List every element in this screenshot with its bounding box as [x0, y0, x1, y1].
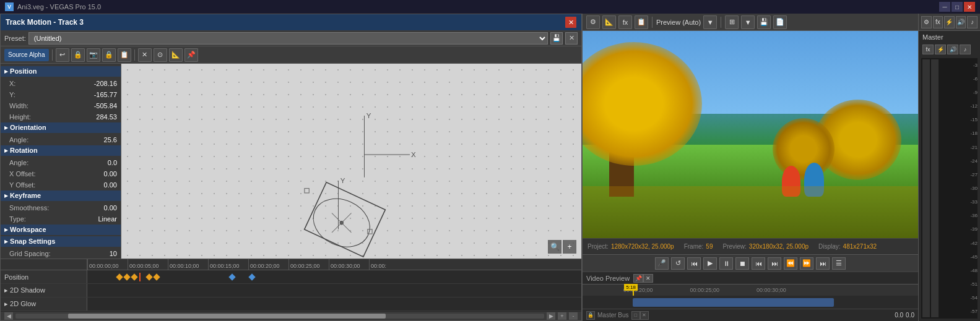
preset-close-button[interactable]: ✕ [565, 32, 578, 45]
prop-rot-angle: Angle: 0.0 [1, 157, 121, 168]
layout-button[interactable]: 📐 [602, 15, 616, 29]
master-bus-lock[interactable]: 🔒 [586, 311, 595, 320]
toolbar-pin-button[interactable]: 📌 [184, 48, 198, 62]
menu-button[interactable]: ☰ [832, 257, 846, 270]
preview-timeline-track[interactable] [583, 296, 918, 309]
preview-clip[interactable] [633, 298, 834, 307]
track-label-glow: ▸ 2D Glow [1, 297, 87, 310]
main-area: Track Motion - Track 3 ✕ Preset: (Untitl… [0, 14, 980, 321]
track-content-position[interactable] [87, 270, 581, 283]
fx-btn-2[interactable]: ⚡ [935, 45, 946, 54]
ruler-mark-7: 00:00: [369, 259, 409, 270]
keyframe-3[interactable] [131, 273, 137, 280]
title-bar: V Ani3.veg - VEGAS Pro 15.0 ─ □ ✕ [0, 0, 980, 14]
source-alpha-label[interactable]: Source Alpha [4, 49, 49, 61]
ruler-mark-6: 00:00:30;00 [329, 259, 369, 270]
toolbar-lock-button[interactable]: 🔒 [71, 48, 85, 62]
master-fx-btn[interactable]: fx [933, 16, 943, 28]
playhead-time: 5:18 [624, 284, 638, 291]
keyframe-1[interactable] [116, 273, 123, 280]
preset-select[interactable]: (Untitled) [28, 32, 548, 45]
time-mark-30: 00:00:30;00 [757, 287, 786, 293]
preview-separator [652, 17, 653, 28]
fx-button[interactable]: fx [618, 15, 632, 29]
panel-close-button[interactable]: ✕ [565, 17, 576, 28]
track-motion-panel: Track Motion - Track 3 ✕ Preset: (Untitl… [0, 14, 582, 321]
play-from-start-button[interactable]: ⏮ [687, 257, 701, 270]
step-fwd-button[interactable]: ⏭ [768, 257, 781, 270]
fx-btn-4[interactable]: ♪ [960, 45, 971, 54]
fx-btn-3[interactable]: 🔊 [947, 45, 958, 54]
fast-fwd-button[interactable]: ⏩ [800, 257, 813, 270]
minimize-button[interactable]: ─ [939, 2, 950, 12]
zoom-out-button[interactable]: + [563, 240, 576, 254]
preset-save-button[interactable]: 💾 [550, 32, 563, 45]
canvas-area[interactable]: Y X Y [121, 64, 581, 259]
master-note-btn[interactable]: ♪ [967, 16, 978, 28]
fx-btn-1[interactable]: fx [922, 45, 934, 54]
toolbar-paste-button[interactable]: 📋 [118, 48, 131, 62]
master-vol-btn[interactable]: 🔊 [956, 16, 966, 28]
toolbar-grid-button[interactable]: 📐 [169, 48, 183, 62]
vu-meter: -3 -6 -9 -12 -15 -18 -21 -24 -27 -30 -33… [921, 58, 978, 319]
timeline-tracks: Position ▸ 2D Shadow [1, 270, 581, 312]
preview-timeline-marks: 00:00:20;00 00:00:25;00 00:00:30;00 [623, 287, 786, 293]
timeline-area: 00:00:00;00 00:00:05;00 00:00:10;00 00:0… [1, 259, 581, 320]
doc-button[interactable]: 📄 [773, 15, 787, 29]
meter-bar-l [922, 59, 930, 317]
keyframe-2[interactable] [123, 273, 130, 280]
track-label-shadow: ▸ 2D Shadow [1, 284, 87, 297]
track-content-shadow[interactable] [87, 284, 581, 297]
project-info-value: 1280x720x32, 25.000p [611, 243, 674, 250]
fast-back-button[interactable]: ⏪ [784, 257, 797, 270]
track-row-shadow: ▸ 2D Shadow [1, 284, 581, 297]
play-button[interactable]: ▶ [703, 257, 717, 270]
preview-info-value: 320x180x32, 25.000p [749, 243, 809, 250]
loop-button[interactable]: ↺ [671, 257, 685, 270]
canvas-svg: Y X Y [121, 64, 581, 259]
go-end-button[interactable]: ⏭ [816, 257, 830, 270]
timeline-zoom-out[interactable]: + [558, 312, 566, 320]
toolbar-snapshot-button[interactable]: 📷 [87, 48, 100, 62]
timeline-scroll-left[interactable]: ◀ [4, 312, 13, 320]
preview-label-bar: Video Preview 📌 ✕ [583, 272, 918, 284]
app-icon: V [5, 2, 14, 11]
step-back-button[interactable]: ⏮ [752, 257, 765, 270]
preview-dropdown[interactable]: ▼ [703, 15, 717, 29]
close-button[interactable]: ✕ [964, 2, 975, 12]
pause-button[interactable]: ⏸ [719, 257, 733, 270]
keyframe-6[interactable] [228, 273, 235, 280]
toolbar-remove-button[interactable]: ✕ [138, 48, 152, 62]
preset-label: Preset: [4, 35, 26, 42]
master-settings-btn[interactable]: ⚙ [921, 16, 932, 28]
master-bus-close[interactable]: ✕ [640, 311, 649, 320]
timeline-zoom-in[interactable]: - [569, 312, 578, 320]
keyframe-7[interactable] [248, 273, 255, 280]
timeline-scrollbar[interactable] [15, 314, 544, 319]
clipboard-button[interactable]: 📋 [635, 15, 648, 29]
maximize-button[interactable]: □ [952, 2, 963, 12]
toolbar-circle-button[interactable]: ⊙ [154, 48, 167, 62]
zoom-in-button[interactable]: 🔍 [548, 240, 562, 254]
preview-pin-button[interactable]: 📌 [633, 274, 643, 283]
timeline-scroll-right[interactable]: ▶ [547, 312, 555, 320]
view-dropdown[interactable]: ▼ [741, 15, 755, 29]
settings-button[interactable]: ⚙ [586, 15, 600, 29]
mic-button[interactable]: 🎤 [655, 257, 669, 270]
prop-grid-spacing: Grid Spacing: 10 [1, 248, 121, 259]
preview-info-bar: Project: 1280x720x32, 25.000p Frame: 59 … [583, 238, 918, 254]
stop-button[interactable]: ⏹ [735, 257, 749, 270]
track-label-position: Position [1, 270, 87, 283]
master-fx-bar: fx ⚡ 🔊 ♪ [919, 43, 980, 56]
save-preview-button[interactable]: 💾 [757, 15, 771, 29]
prop-height: Height: 284.53 [1, 111, 121, 122]
toolbar-undo-button[interactable]: ↩ [56, 48, 69, 62]
keyframe-5[interactable] [153, 273, 160, 280]
grid-view-button[interactable]: ⊞ [725, 15, 739, 29]
master-power-btn[interactable]: ⚡ [944, 16, 955, 28]
master-bus-expand[interactable]: □ [631, 311, 640, 320]
track-content-glow[interactable] [87, 297, 581, 310]
toolbar-lock2-button[interactable]: 🔒 [102, 48, 116, 62]
preview-close-button[interactable]: ✕ [643, 274, 653, 283]
keyframe-4[interactable] [145, 273, 152, 280]
